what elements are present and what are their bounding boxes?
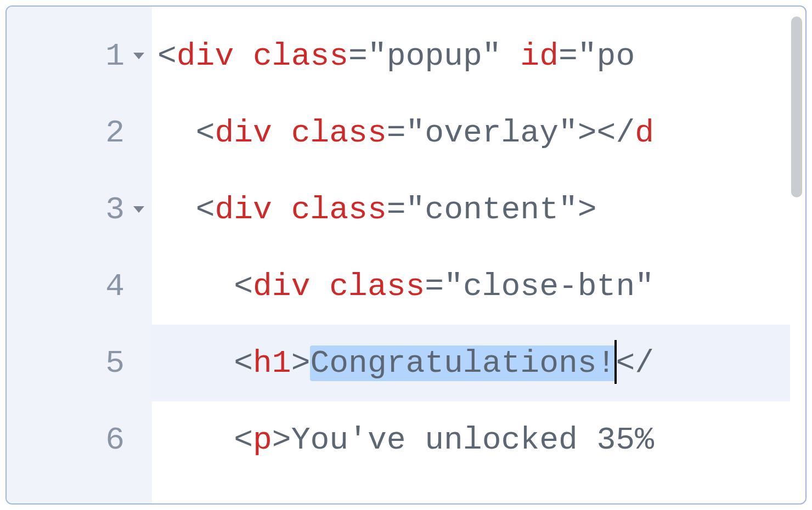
text-selection: Congratulations! — [310, 345, 616, 381]
code-token: d — [635, 115, 654, 151]
code-token: = — [425, 269, 444, 304]
vertical-scrollbar[interactable] — [791, 16, 802, 197]
text-cursor — [614, 340, 617, 384]
code-token: class — [291, 115, 387, 151]
line-number-text: 6 — [105, 422, 125, 458]
code-token: < — [234, 422, 253, 458]
code-token: > — [272, 422, 291, 458]
code-token: div — [177, 38, 234, 74]
code-token: < — [196, 115, 215, 151]
code-token — [272, 115, 291, 151]
line-number[interactable]: 5 — [7, 325, 152, 401]
code-line-active[interactable]: <h1>Congratulations!</ — [152, 325, 790, 401]
code-token: div — [215, 115, 272, 151]
code-token: "overlay" — [406, 115, 578, 151]
line-number[interactable]: 4 — [7, 248, 152, 325]
line-number-text: 1 — [105, 38, 125, 74]
line-number-text: 4 — [105, 269, 125, 304]
code-token: > — [291, 345, 311, 381]
code-line[interactable]: <div class="content"> — [152, 171, 790, 248]
code-token: p — [253, 422, 272, 458]
code-token: "popup" — [368, 38, 501, 74]
code-token: < — [234, 345, 253, 381]
code-token: class — [291, 192, 387, 228]
code-token: div — [253, 269, 310, 304]
code-token: = — [559, 38, 578, 74]
code-token: "po — [578, 38, 635, 74]
code-token: > — [578, 115, 597, 151]
code-token: / — [635, 345, 654, 381]
code-token — [234, 38, 253, 74]
code-token: You've unlocked 35% — [291, 422, 654, 458]
code-token: class — [253, 38, 348, 74]
code-area[interactable]: <div class="popup" id="po <div class="ov… — [152, 7, 790, 503]
code-token: id — [520, 38, 559, 74]
code-token: div — [215, 192, 272, 228]
code-line[interactable]: <div class="overlay"></d — [152, 94, 790, 171]
code-token: < — [196, 192, 215, 228]
code-editor[interactable]: 1 2 3 4 5 6 <div class="popup" id="po <d… — [5, 5, 807, 505]
code-token: < — [234, 269, 253, 304]
fold-toggle-icon[interactable] — [133, 206, 144, 213]
code-token: </ — [597, 115, 635, 151]
code-token: h1 — [253, 345, 291, 381]
code-token: = — [387, 115, 406, 151]
line-number[interactable]: 2 — [7, 94, 152, 171]
code-line[interactable]: <div class="close-btn" — [152, 248, 790, 325]
code-token — [501, 38, 521, 74]
line-number[interactable]: 6 — [7, 401, 152, 478]
line-number-text: 5 — [105, 345, 125, 381]
code-token: Congratulations! — [310, 345, 616, 381]
line-number[interactable]: 3 — [7, 171, 152, 248]
code-token: < — [616, 345, 635, 381]
line-number[interactable]: 1 — [7, 18, 152, 94]
code-token — [310, 269, 329, 304]
code-token: > — [578, 192, 597, 228]
code-token: "content" — [406, 192, 578, 228]
code-line[interactable]: <div class="popup" id="po — [152, 18, 790, 94]
code-token: class — [329, 269, 425, 304]
code-token: = — [348, 38, 368, 74]
code-token — [272, 192, 291, 228]
code-token: "close-btn" — [444, 269, 654, 304]
code-token: = — [387, 192, 406, 228]
code-line[interactable]: <p>You've unlocked 35% — [152, 401, 790, 478]
line-number-text: 2 — [105, 115, 125, 151]
code-token: < — [157, 38, 177, 74]
line-number-text: 3 — [105, 192, 125, 228]
fold-toggle-icon[interactable] — [133, 53, 144, 59]
gutter: 1 2 3 4 5 6 — [7, 7, 152, 503]
